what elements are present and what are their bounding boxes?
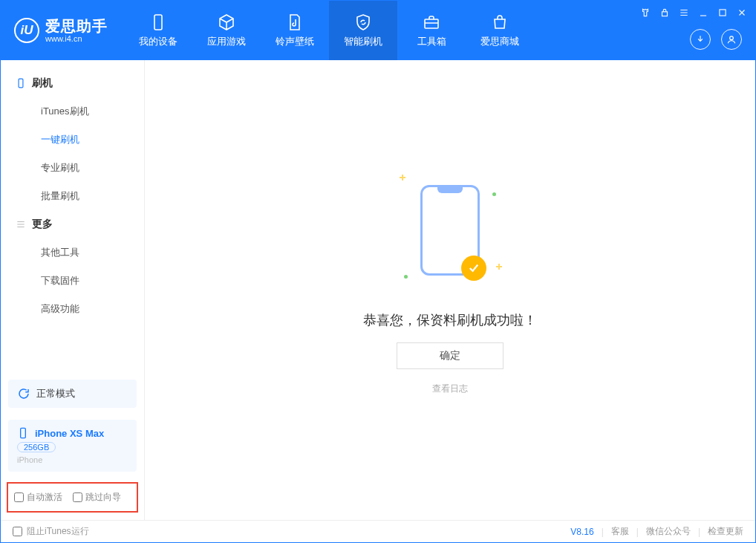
separator: | xyxy=(636,527,639,537)
main-content: 恭喜您，保资料刷机成功啦！ 确定 查看日志 xyxy=(145,60,755,520)
logo: iU 爱思助手 www.i4.cn xyxy=(1,1,124,60)
footer-link-support[interactable]: 客服 xyxy=(611,525,629,538)
nav-label: 铃声壁纸 xyxy=(276,35,314,48)
lock-icon[interactable] xyxy=(659,7,671,19)
nav-store[interactable]: 爱思商城 xyxy=(466,1,534,60)
user-button[interactable] xyxy=(721,29,742,50)
header-actions xyxy=(690,29,742,50)
svg-rect-1 xyxy=(425,19,438,28)
shirt-icon[interactable] xyxy=(639,7,651,19)
svg-rect-6 xyxy=(21,428,26,438)
sidebar-group-flash: 刷机 xyxy=(1,69,144,97)
mode-label: 正常模式 xyxy=(36,387,75,400)
app-domain: www.i4.cn xyxy=(45,34,108,43)
nav-label: 智能刷机 xyxy=(344,35,382,48)
dot-icon xyxy=(404,275,408,279)
device-type: iPhone xyxy=(17,455,42,464)
auto-activate-checkbox[interactable]: 自动激活 xyxy=(14,491,62,504)
device-icon xyxy=(17,427,29,439)
separator: | xyxy=(602,527,604,537)
svg-rect-0 xyxy=(154,15,162,30)
close-button[interactable] xyxy=(736,7,748,19)
success-message: 恭喜您，保资料刷机成功啦！ xyxy=(363,311,537,329)
sidebar-group-title: 刷机 xyxy=(32,77,53,90)
phone-icon xyxy=(16,78,26,88)
nav-smart-flash[interactable]: 智能刷机 xyxy=(329,1,397,60)
logo-badge: iU xyxy=(14,18,39,43)
nav-label: 应用游戏 xyxy=(207,35,246,48)
sidebar-item-pro-flash[interactable]: 专业刷机 xyxy=(1,154,144,182)
menu-icon[interactable] xyxy=(678,7,690,19)
minimize-button[interactable] xyxy=(697,7,709,19)
top-nav: 我的设备 应用游戏 铃声壁纸 智能刷机 工具箱 爱思商城 xyxy=(124,1,534,60)
skip-guide-checkbox[interactable]: 跳过向导 xyxy=(73,491,121,504)
cube-icon xyxy=(217,13,236,32)
flash-options-box: 自动激活 跳过向导 xyxy=(7,482,138,513)
bag-icon xyxy=(490,13,509,32)
sidebar: 刷机 iTunes刷机 一键刷机 专业刷机 批量刷机 更多 其他工具 下载固件 … xyxy=(1,60,145,520)
sparkle-icon xyxy=(400,175,405,181)
success-illustration xyxy=(420,185,480,276)
footer-link-wechat[interactable]: 微信公众号 xyxy=(646,525,691,538)
svg-point-4 xyxy=(730,36,734,40)
separator: | xyxy=(698,527,700,537)
device-card[interactable]: iPhone XS Max 256GB iPhone xyxy=(8,420,137,472)
svg-rect-2 xyxy=(662,12,668,16)
app-name: 爱思助手 xyxy=(45,18,108,34)
block-itunes-checkbox[interactable]: 阻止iTunes运行 xyxy=(13,525,89,538)
toolbox-icon xyxy=(422,13,441,32)
skip-guide-label: 跳过向导 xyxy=(85,491,121,504)
confirm-button[interactable]: 确定 xyxy=(397,342,504,369)
footer-link-update[interactable]: 检查更新 xyxy=(708,525,743,538)
sparkle-icon xyxy=(496,264,502,270)
status-bar: 阻止iTunes运行 V8.16 | 客服 | 微信公众号 | 检查更新 xyxy=(1,520,755,542)
sidebar-group-title: 更多 xyxy=(32,218,53,231)
header: iU 爱思助手 www.i4.cn 我的设备 应用游戏 铃声壁纸 智能刷机 工具… xyxy=(1,1,755,60)
window-controls xyxy=(639,7,748,19)
version-label: V8.16 xyxy=(570,527,593,537)
auto-activate-label: 自动激活 xyxy=(27,491,62,504)
sidebar-item-other-tools[interactable]: 其他工具 xyxy=(1,238,144,267)
sidebar-item-oneclick-flash[interactable]: 一键刷机 xyxy=(1,126,144,154)
mode-card[interactable]: 正常模式 xyxy=(8,380,137,408)
refresh-icon xyxy=(17,387,30,400)
nav-label: 爱思商城 xyxy=(480,35,519,48)
phone-illustration xyxy=(420,185,480,276)
sidebar-item-itunes-flash[interactable]: iTunes刷机 xyxy=(1,97,144,126)
nav-toolbox[interactable]: 工具箱 xyxy=(397,1,466,60)
nav-my-device[interactable]: 我的设备 xyxy=(124,1,192,60)
nav-label: 我的设备 xyxy=(139,35,177,48)
svg-rect-3 xyxy=(720,10,726,16)
nav-ring-wall[interactable]: 铃声壁纸 xyxy=(261,1,329,60)
download-button[interactable] xyxy=(690,29,711,50)
maximize-button[interactable] xyxy=(717,7,729,19)
list-icon xyxy=(16,219,26,230)
sidebar-item-download-fw[interactable]: 下载固件 xyxy=(1,267,144,295)
device-icon xyxy=(149,13,168,32)
nav-apps-games[interactable]: 应用游戏 xyxy=(192,1,261,60)
sidebar-group-more: 更多 xyxy=(1,210,144,238)
device-name: iPhone XS Max xyxy=(35,428,104,439)
nav-label: 工具箱 xyxy=(417,35,446,48)
check-badge-icon xyxy=(461,256,486,281)
sidebar-item-batch-flash[interactable]: 批量刷机 xyxy=(1,182,144,210)
dot-icon xyxy=(492,192,496,196)
view-log-link[interactable]: 查看日志 xyxy=(432,383,468,395)
svg-rect-5 xyxy=(19,79,23,88)
music-file-icon xyxy=(285,13,304,32)
block-itunes-label: 阻止iTunes运行 xyxy=(27,525,89,538)
sidebar-item-advanced[interactable]: 高级功能 xyxy=(1,295,144,323)
device-storage: 256GB xyxy=(17,442,56,452)
shield-refresh-icon xyxy=(353,13,373,32)
